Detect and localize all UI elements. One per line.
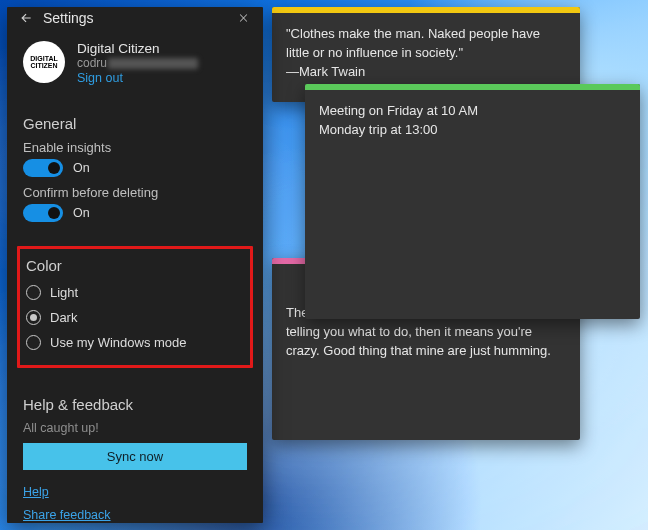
share-feedback-link[interactable]: Share feedback <box>23 508 111 522</box>
back-button[interactable] <box>15 7 37 29</box>
toggle-state-text: On <box>73 206 90 220</box>
radio-label: Use my Windows mode <box>50 335 187 350</box>
radio-label: Dark <box>50 310 77 325</box>
settings-header: Settings <box>7 7 263 29</box>
avatar: DIGITAL CITIZEN <box>23 41 65 83</box>
radio-icon <box>26 335 41 350</box>
note-text: —Mark Twain <box>286 63 566 82</box>
note-text: Monday trip at 13:00 <box>319 121 626 140</box>
section-heading-color: Color <box>26 255 244 280</box>
note-text: "Clothes make the man. Naked people have… <box>286 25 566 63</box>
settings-title: Settings <box>43 10 233 26</box>
enable-insights-label: Enable insights <box>23 140 247 155</box>
radio-icon <box>26 285 41 300</box>
redacted-text <box>108 58 198 69</box>
sticky-note-green[interactable]: Meeting on Friday at 10 AM Monday trip a… <box>305 84 640 319</box>
color-section-highlight: Color Light Dark Use my Windows mode <box>17 246 253 368</box>
enable-insights-toggle[interactable] <box>23 159 63 177</box>
section-heading-general: General <box>7 107 263 138</box>
sync-status-text: All caught up! <box>7 419 263 443</box>
confirm-delete-toggle[interactable] <box>23 204 63 222</box>
arrow-left-icon <box>19 11 33 25</box>
sign-out-link[interactable]: Sign out <box>77 71 198 85</box>
radio-label: Light <box>50 285 78 300</box>
settings-panel: Settings DIGITAL CITIZEN Digital Citizen… <box>7 7 263 523</box>
color-option-dark[interactable]: Dark <box>26 305 244 330</box>
note-text: Meeting on Friday at 10 AM <box>319 102 626 121</box>
color-option-light[interactable]: Light <box>26 280 244 305</box>
section-heading-help: Help & feedback <box>7 388 263 419</box>
confirm-delete-label: Confirm before deleting <box>23 185 247 200</box>
account-email: codru <box>77 56 198 70</box>
radio-icon <box>26 310 41 325</box>
close-button[interactable] <box>233 7 255 29</box>
toggle-state-text: On <box>73 161 90 175</box>
color-option-windows-mode[interactable]: Use my Windows mode <box>26 330 244 355</box>
sync-now-button[interactable]: Sync now <box>23 443 247 470</box>
account-name: Digital Citizen <box>77 41 198 56</box>
account-row: DIGITAL CITIZEN Digital Citizen codru Si… <box>7 29 263 95</box>
close-icon <box>238 12 250 24</box>
help-link[interactable]: Help <box>23 485 49 499</box>
note-text: telling you what to do, then it means yo… <box>286 323 566 361</box>
